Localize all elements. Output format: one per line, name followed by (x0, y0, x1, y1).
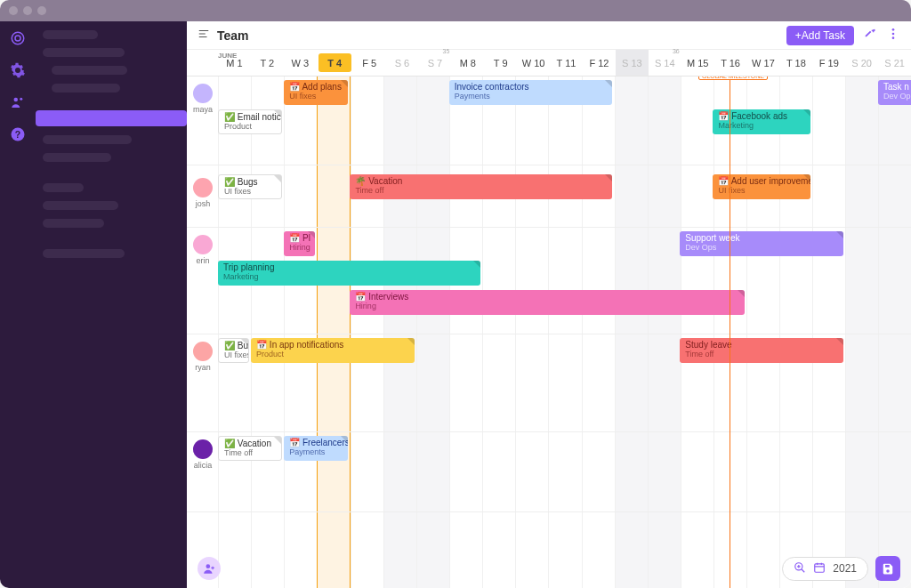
zoom-control[interactable]: 2021 (782, 557, 868, 581)
menu-icon[interactable] (198, 28, 210, 44)
day-header[interactable]: M 1 (218, 50, 251, 76)
milestone-badge: GLOBAL MILESTONE (698, 77, 768, 80)
avatar[interactable] (193, 342, 213, 361)
task-category: Time off (685, 350, 837, 358)
person-label[interactable]: ryan (189, 342, 217, 372)
window-close-dot[interactable] (9, 6, 18, 15)
add-task-button[interactable]: +Add Task (786, 26, 854, 45)
task-card[interactable]: Trip planningMarketing (218, 261, 480, 286)
logo-icon[interactable] (10, 30, 26, 46)
task-category: Marketing (718, 121, 804, 130)
person-name: josh (189, 199, 217, 208)
task-card[interactable]: 📅 Add user improvemeUI fixes (713, 174, 810, 199)
task-card[interactable]: ✅ BugsUI fixes (218, 174, 282, 199)
task-category: Payments (455, 92, 607, 101)
day-header[interactable]: T 4 (318, 53, 351, 72)
task-card[interactable]: 📅 PlHiring (284, 231, 315, 256)
task-category: Marketing (223, 272, 475, 281)
share-icon[interactable] (863, 27, 877, 44)
task-card[interactable]: 🌴 VacationTime off (350, 174, 612, 199)
svg-point-11 (892, 36, 895, 39)
day-header[interactable]: M 8 (451, 50, 484, 76)
help-icon[interactable]: ? (10, 126, 26, 142)
person-label[interactable]: josh (189, 178, 217, 208)
gear-icon[interactable] (10, 62, 26, 78)
day-header[interactable]: F 5 (353, 50, 386, 76)
task-title: 📅 Facebook ads (718, 111, 804, 121)
nav-skeleton (52, 84, 120, 93)
task-card[interactable]: Study leaveTime off (680, 338, 842, 363)
task-card[interactable]: ✅ Email noticaProduct (218, 109, 282, 134)
task-category: Hiring (289, 243, 310, 252)
svg-text:?: ? (15, 129, 20, 140)
day-header[interactable]: T 2 (251, 50, 284, 76)
day-header[interactable]: W 10 (517, 50, 550, 76)
nav-skeleton (43, 201, 118, 210)
avatar[interactable] (193, 439, 213, 459)
nav-skeleton (52, 66, 127, 75)
day-header[interactable]: F 19 (812, 50, 845, 76)
page-header: Team +Add Task (187, 21, 911, 50)
day-header[interactable]: S 21 (878, 50, 911, 76)
task-title: Invoice contractors (455, 82, 607, 92)
task-card[interactable]: Task nDev Op (878, 80, 911, 105)
day-header[interactable]: S 6 (386, 50, 419, 76)
nav-item-active[interactable] (36, 110, 187, 126)
day-header[interactable]: S 1436 (649, 50, 681, 76)
svg-point-2 (14, 98, 19, 102)
users-icon[interactable] (10, 94, 26, 110)
task-category: UI fixes (289, 92, 343, 101)
avatar[interactable] (193, 178, 213, 197)
task-category: Dev Op (883, 92, 911, 101)
day-header[interactable]: F 12 (583, 50, 616, 76)
task-card[interactable]: 📅 InterviewsHiring (350, 290, 744, 315)
task-category: Time off (355, 186, 607, 195)
window-min-dot[interactable] (23, 6, 32, 15)
task-card[interactable]: ✅ BuUI fixes (218, 338, 249, 363)
task-title: ✅ Bu (224, 341, 243, 350)
person-label[interactable]: maya (189, 84, 217, 114)
timeline-row: erin📅 PlHiringSupport weekDev OpsTrip pl… (187, 228, 911, 334)
day-header[interactable]: W 3 (284, 50, 317, 76)
day-header[interactable]: W 17 (747, 50, 780, 76)
avatar[interactable] (193, 235, 213, 254)
task-card[interactable]: Support weekDev Ops (680, 231, 842, 256)
task-card[interactable]: Invoice contractorsPayments (449, 80, 612, 105)
more-icon[interactable] (886, 27, 900, 44)
task-category: Product (224, 122, 276, 131)
day-header[interactable]: T 18 (779, 50, 812, 76)
day-header[interactable]: M 15 (681, 50, 714, 76)
window-titlebar (0, 0, 911, 21)
nav-panel (36, 21, 187, 588)
task-card[interactable]: 📅 In app notificationsProduct (251, 338, 414, 363)
task-card[interactable]: 📅 Facebook adsMarketing (713, 109, 810, 134)
main-content: Team +Add Task JUNE M 1T 2W 3T 4F 5S 6S … (187, 21, 911, 588)
window-max-dot[interactable] (37, 6, 46, 15)
task-category: Product (256, 350, 408, 358)
svg-point-0 (12, 32, 24, 44)
task-card[interactable]: ✅ VacationTime off (218, 436, 282, 461)
page-title: Team (217, 28, 249, 43)
zoom-in-icon[interactable] (794, 561, 806, 576)
avatar[interactable] (193, 84, 213, 103)
day-header[interactable]: S 13 (616, 50, 649, 76)
day-header[interactable]: S 20 (845, 50, 878, 76)
save-button[interactable] (875, 556, 900, 581)
task-category: UI fixes (224, 187, 276, 196)
nav-skeleton (43, 135, 132, 144)
svg-point-12 (206, 564, 211, 568)
person-label[interactable]: erin (189, 235, 217, 265)
svg-point-1 (15, 36, 20, 41)
day-header[interactable]: S 735 (418, 50, 451, 76)
timeline[interactable]: GLOBAL MILESTONE maya📅 Add plansUI fixes… (187, 77, 911, 588)
calendar-icon[interactable] (813, 561, 826, 576)
task-category: Payments (289, 447, 343, 456)
day-header[interactable]: T 11 (550, 50, 583, 76)
day-header[interactable]: T 16 (714, 50, 747, 76)
person-label[interactable]: alicia (189, 439, 217, 470)
task-card[interactable]: 📅 FreelancersPayments (284, 436, 348, 461)
task-card[interactable]: 📅 Add plansUI fixes (284, 80, 348, 105)
add-person-button[interactable] (198, 557, 221, 580)
timeline-row: josh✅ BugsUI fixes🌴 VacationTime off📅 Ad… (187, 165, 911, 228)
day-header[interactable]: T 9 (484, 50, 517, 76)
